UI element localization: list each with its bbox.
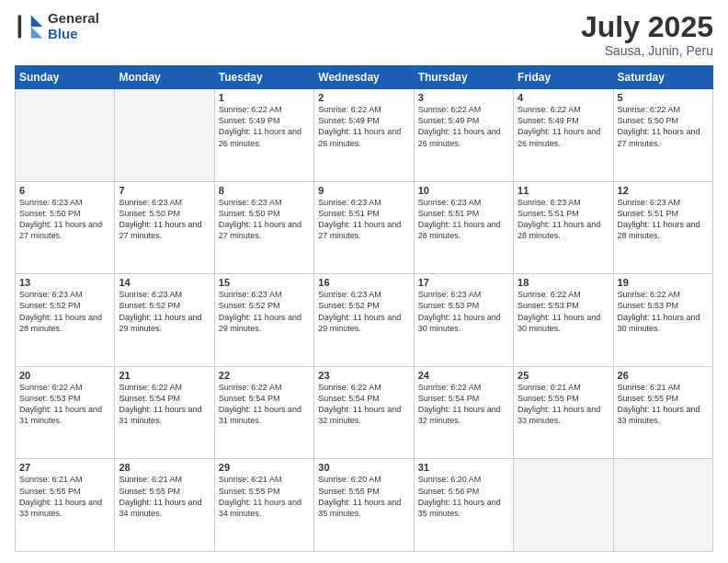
day-number: 19 bbox=[618, 277, 709, 288]
day-number: 22 bbox=[219, 370, 310, 381]
day-number: 7 bbox=[119, 185, 210, 196]
week-row-5: 27Sunrise: 6:21 AM Sunset: 5:55 PM Dayli… bbox=[16, 459, 713, 552]
col-saturday: Saturday bbox=[613, 66, 712, 89]
col-wednesday: Wednesday bbox=[314, 66, 414, 89]
day-number: 24 bbox=[418, 370, 509, 381]
day-number: 10 bbox=[418, 185, 509, 196]
day-info: Sunrise: 6:23 AM Sunset: 5:52 PM Dayligh… bbox=[19, 289, 110, 334]
cell-w1-d1 bbox=[16, 89, 115, 182]
day-number: 29 bbox=[219, 462, 310, 473]
day-number: 25 bbox=[518, 370, 609, 381]
day-number: 23 bbox=[318, 370, 409, 381]
day-info: Sunrise: 6:23 AM Sunset: 5:51 PM Dayligh… bbox=[318, 197, 409, 242]
logo-text: General Blue bbox=[48, 11, 99, 41]
calendar-location: Sausa, Junin, Peru bbox=[581, 43, 713, 58]
day-info: Sunrise: 6:22 AM Sunset: 5:53 PM Dayligh… bbox=[618, 289, 709, 334]
week-row-2: 6Sunrise: 6:23 AM Sunset: 5:50 PM Daylig… bbox=[16, 181, 713, 274]
cell-w1-d4: 2Sunrise: 6:22 AM Sunset: 5:49 PM Daylig… bbox=[314, 89, 414, 182]
cell-w5-d3: 29Sunrise: 6:21 AM Sunset: 5:55 PM Dayli… bbox=[214, 459, 313, 552]
svg-marker-1 bbox=[31, 27, 42, 38]
cell-w2-d5: 10Sunrise: 6:23 AM Sunset: 5:51 PM Dayli… bbox=[414, 181, 513, 274]
day-info: Sunrise: 6:21 AM Sunset: 5:55 PM Dayligh… bbox=[119, 474, 210, 519]
day-number: 26 bbox=[618, 370, 709, 381]
title-block: July 2025 Sausa, Junin, Peru bbox=[581, 11, 713, 58]
cell-w4-d1: 20Sunrise: 6:22 AM Sunset: 5:53 PM Dayli… bbox=[16, 366, 115, 459]
day-number: 14 bbox=[119, 277, 210, 288]
col-monday: Monday bbox=[115, 66, 214, 89]
cell-w5-d2: 28Sunrise: 6:21 AM Sunset: 5:55 PM Dayli… bbox=[115, 459, 214, 552]
day-number: 12 bbox=[618, 185, 709, 196]
day-number: 6 bbox=[19, 185, 110, 196]
cell-w4-d2: 21Sunrise: 6:22 AM Sunset: 5:54 PM Dayli… bbox=[115, 366, 214, 459]
cell-w5-d6 bbox=[514, 459, 613, 552]
day-info: Sunrise: 6:22 AM Sunset: 5:54 PM Dayligh… bbox=[119, 382, 210, 427]
cell-w3-d6: 18Sunrise: 6:22 AM Sunset: 5:53 PM Dayli… bbox=[514, 274, 613, 367]
cell-w4-d5: 24Sunrise: 6:22 AM Sunset: 5:54 PM Dayli… bbox=[414, 366, 513, 459]
day-number: 21 bbox=[119, 370, 210, 381]
cell-w4-d6: 25Sunrise: 6:21 AM Sunset: 5:55 PM Dayli… bbox=[514, 366, 613, 459]
day-info: Sunrise: 6:23 AM Sunset: 5:52 PM Dayligh… bbox=[219, 289, 310, 334]
day-info: Sunrise: 6:23 AM Sunset: 5:50 PM Dayligh… bbox=[219, 197, 310, 242]
logo-blue-label: Blue bbox=[48, 27, 99, 42]
week-row-1: 1Sunrise: 6:22 AM Sunset: 5:49 PM Daylig… bbox=[16, 89, 713, 182]
cell-w3-d7: 19Sunrise: 6:22 AM Sunset: 5:53 PM Dayli… bbox=[613, 274, 712, 367]
col-thursday: Thursday bbox=[414, 66, 513, 89]
calendar-header-row: Sunday Monday Tuesday Wednesday Thursday… bbox=[16, 66, 713, 89]
logo-general-label: General bbox=[48, 11, 99, 27]
cell-w4-d3: 22Sunrise: 6:22 AM Sunset: 5:54 PM Dayli… bbox=[214, 366, 313, 459]
day-number: 18 bbox=[518, 277, 609, 288]
header: General Blue July 2025 Sausa, Junin, Per… bbox=[15, 11, 713, 58]
day-number: 15 bbox=[219, 277, 310, 288]
day-number: 4 bbox=[518, 92, 609, 103]
day-info: Sunrise: 6:22 AM Sunset: 5:54 PM Dayligh… bbox=[418, 382, 509, 427]
cell-w1-d6: 4Sunrise: 6:22 AM Sunset: 5:49 PM Daylig… bbox=[514, 89, 613, 182]
generalblue-logo-icon bbox=[15, 12, 44, 41]
day-number: 17 bbox=[418, 277, 509, 288]
day-number: 9 bbox=[318, 185, 409, 196]
day-info: Sunrise: 6:22 AM Sunset: 5:54 PM Dayligh… bbox=[318, 382, 409, 427]
day-info: Sunrise: 6:22 AM Sunset: 5:53 PM Dayligh… bbox=[19, 382, 110, 427]
cell-w3-d5: 17Sunrise: 6:23 AM Sunset: 5:53 PM Dayli… bbox=[414, 274, 513, 367]
day-info: Sunrise: 6:23 AM Sunset: 5:53 PM Dayligh… bbox=[418, 289, 509, 334]
cell-w4-d4: 23Sunrise: 6:22 AM Sunset: 5:54 PM Dayli… bbox=[314, 366, 414, 459]
day-info: Sunrise: 6:23 AM Sunset: 5:52 PM Dayligh… bbox=[119, 289, 210, 334]
day-number: 16 bbox=[318, 277, 409, 288]
cell-w4-d7: 26Sunrise: 6:21 AM Sunset: 5:55 PM Dayli… bbox=[613, 366, 712, 459]
day-info: Sunrise: 6:23 AM Sunset: 5:51 PM Dayligh… bbox=[418, 197, 509, 242]
cell-w5-d7 bbox=[613, 459, 712, 552]
day-info: Sunrise: 6:20 AM Sunset: 5:55 PM Dayligh… bbox=[318, 474, 409, 519]
day-info: Sunrise: 6:22 AM Sunset: 5:49 PM Dayligh… bbox=[318, 104, 409, 149]
day-number: 2 bbox=[318, 92, 409, 103]
day-number: 31 bbox=[418, 462, 509, 473]
day-info: Sunrise: 6:21 AM Sunset: 5:55 PM Dayligh… bbox=[219, 474, 310, 519]
day-info: Sunrise: 6:22 AM Sunset: 5:53 PM Dayligh… bbox=[518, 289, 609, 334]
day-info: Sunrise: 6:22 AM Sunset: 5:49 PM Dayligh… bbox=[418, 104, 509, 149]
day-number: 1 bbox=[219, 92, 310, 103]
cell-w2-d2: 7Sunrise: 6:23 AM Sunset: 5:50 PM Daylig… bbox=[115, 181, 214, 274]
day-info: Sunrise: 6:22 AM Sunset: 5:49 PM Dayligh… bbox=[518, 104, 609, 149]
cell-w5-d4: 30Sunrise: 6:20 AM Sunset: 5:55 PM Dayli… bbox=[314, 459, 414, 552]
day-info: Sunrise: 6:23 AM Sunset: 5:50 PM Dayligh… bbox=[19, 197, 110, 242]
day-info: Sunrise: 6:22 AM Sunset: 5:50 PM Dayligh… bbox=[618, 104, 709, 149]
cell-w3-d2: 14Sunrise: 6:23 AM Sunset: 5:52 PM Dayli… bbox=[115, 274, 214, 367]
cell-w1-d7: 5Sunrise: 6:22 AM Sunset: 5:50 PM Daylig… bbox=[613, 89, 712, 182]
day-info: Sunrise: 6:21 AM Sunset: 5:55 PM Dayligh… bbox=[618, 382, 709, 427]
svg-marker-0 bbox=[31, 15, 42, 26]
cell-w1-d2 bbox=[115, 89, 214, 182]
cell-w3-d4: 16Sunrise: 6:23 AM Sunset: 5:52 PM Dayli… bbox=[314, 274, 414, 367]
day-number: 13 bbox=[19, 277, 110, 288]
day-info: Sunrise: 6:22 AM Sunset: 5:49 PM Dayligh… bbox=[219, 104, 310, 149]
cell-w5-d5: 31Sunrise: 6:20 AM Sunset: 5:56 PM Dayli… bbox=[414, 459, 513, 552]
col-friday: Friday bbox=[514, 66, 613, 89]
week-row-4: 20Sunrise: 6:22 AM Sunset: 5:53 PM Dayli… bbox=[16, 366, 713, 459]
cell-w2-d6: 11Sunrise: 6:23 AM Sunset: 5:51 PM Dayli… bbox=[514, 181, 613, 274]
day-info: Sunrise: 6:21 AM Sunset: 5:55 PM Dayligh… bbox=[518, 382, 609, 427]
cell-w2-d4: 9Sunrise: 6:23 AM Sunset: 5:51 PM Daylig… bbox=[314, 181, 414, 274]
day-number: 11 bbox=[518, 185, 609, 196]
svg-rect-2 bbox=[18, 15, 22, 38]
day-info: Sunrise: 6:20 AM Sunset: 5:56 PM Dayligh… bbox=[418, 474, 509, 519]
day-number: 3 bbox=[418, 92, 509, 103]
cell-w2-d1: 6Sunrise: 6:23 AM Sunset: 5:50 PM Daylig… bbox=[16, 181, 115, 274]
logo: General Blue bbox=[15, 11, 99, 41]
cell-w1-d3: 1Sunrise: 6:22 AM Sunset: 5:49 PM Daylig… bbox=[214, 89, 313, 182]
